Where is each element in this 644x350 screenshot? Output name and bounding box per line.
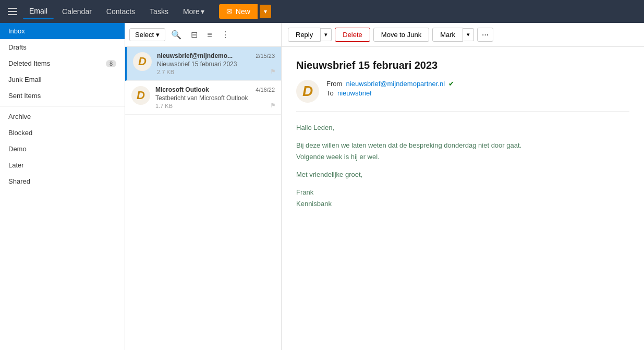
top-navigation: Email Calendar Contacts Tasks More ▾ ✉ N…	[0, 0, 644, 23]
svg-rect-1	[8, 11, 17, 12]
search-icon: 🔍	[171, 30, 181, 39]
body-line-3: Met vriendelijke groet,	[296, 169, 629, 180]
from-email-link[interactable]: nieuwsbrief@mijndemopartner.nl	[346, 80, 445, 88]
meta-to: To nieuwsbrief	[326, 89, 454, 97]
reading-pane: Reply ▾ Delete Move to Junk Mark ▾ ⋯ Nie…	[282, 23, 644, 350]
nav-email[interactable]: Email	[23, 4, 54, 19]
sidebar-item-deleted[interactable]: Deleted Items 8	[0, 55, 125, 71]
ellipsis-icon: ⋮	[221, 30, 229, 39]
nav-tasks[interactable]: Tasks	[143, 4, 175, 19]
sidebar-item-blocked[interactable]: Blocked	[0, 125, 125, 141]
mark-button-group: Mark ▾	[432, 28, 474, 42]
svg-rect-2	[8, 14, 17, 15]
sort-button[interactable]: ≡	[203, 28, 215, 42]
meta-details: From nieuwsbrief@mijndemopartner.nl ✔ To…	[326, 80, 454, 97]
avatar-2: D	[131, 86, 150, 105]
reading-more-button[interactable]: ⋯	[477, 28, 493, 42]
reply-button[interactable]: Reply	[288, 28, 321, 42]
email-list-panel: Select ▾ 🔍 ⊟ ≡ ⋮ D	[125, 23, 282, 350]
email-sender-1: nieuwsbrief@mijndemo...	[157, 52, 233, 59]
nav-contacts[interactable]: Contacts	[100, 4, 141, 19]
filter-icon: ⊟	[191, 30, 198, 39]
inbox-label: Inbox	[8, 27, 25, 35]
ellipsis-horizontal-icon: ⋯	[482, 31, 489, 39]
from-label: From	[326, 80, 342, 88]
sidebar-item-inbox[interactable]: Inbox	[0, 23, 125, 39]
reply-button-group: Reply ▾	[288, 28, 332, 42]
sidebar: Inbox Drafts Deleted Items 8 Junk Email …	[0, 23, 125, 350]
new-button-label: New	[236, 7, 250, 16]
junk-label: Junk Email	[8, 76, 42, 83]
email-body: Hallo Leden, Bij deze willen we laten we…	[296, 122, 629, 210]
sidebar-toggle-button[interactable]	[4, 3, 21, 20]
filter-button[interactable]: ⊟	[187, 27, 201, 42]
select-label: Select	[135, 31, 154, 39]
email-content-2: Microsoft Outlook 4/16/22 Testbericht va…	[155, 86, 275, 109]
search-button[interactable]: 🔍	[167, 27, 185, 42]
sort-icon: ≡	[207, 30, 212, 39]
email-item-1[interactable]: D nieuwsbrief@mijndemo... 2/15/23 Nieuws…	[125, 47, 281, 81]
mark-button[interactable]: Mark	[432, 28, 463, 42]
delete-button[interactable]: Delete	[335, 28, 370, 42]
email-title: Nieuwsbrief 15 februari 2023	[296, 59, 629, 71]
email-subject-1: Nieuwsbrief 15 februari 2023	[157, 61, 275, 68]
sidebar-item-archive[interactable]: Archive	[0, 108, 125, 125]
move-to-junk-button[interactable]: Move to Junk	[373, 28, 429, 42]
reading-content: Nieuwsbrief 15 februari 2023 D From nieu…	[282, 47, 644, 350]
envelope-icon: ✉	[226, 7, 233, 16]
flag-icon-1: ⚑	[270, 68, 276, 75]
sidebar-item-junk[interactable]: Junk Email	[0, 71, 125, 88]
more-options-button[interactable]: ⋮	[217, 27, 233, 42]
nav-more-label: More	[183, 7, 200, 16]
email-list: D nieuwsbrief@mijndemo... 2/15/23 Nieuws…	[125, 47, 281, 350]
sidebar-item-shared[interactable]: Shared	[0, 173, 125, 189]
meta-from: From nieuwsbrief@mijndemopartner.nl ✔	[326, 80, 454, 88]
sidebar-divider-1	[0, 106, 125, 106]
chevron-down-icon: ▾	[201, 7, 204, 16]
email-header-2: Microsoft Outlook 4/16/22	[155, 86, 275, 93]
body-line-1: Hallo Leden,	[296, 122, 629, 134]
new-email-arrow-button[interactable]: ▾	[260, 5, 271, 18]
later-label: Later	[8, 161, 24, 169]
new-email-button[interactable]: ✉ New	[219, 4, 258, 19]
verified-icon: ✔	[448, 80, 454, 88]
deleted-badge: 8	[106, 60, 116, 67]
select-button[interactable]: Select ▾	[129, 28, 165, 41]
sidebar-item-sent[interactable]: Sent Items	[0, 88, 125, 104]
email-sender-2: Microsoft Outlook	[155, 86, 209, 93]
archive-label: Archive	[8, 113, 31, 120]
sidebar-item-demo[interactable]: Demo	[0, 141, 125, 157]
nav-more-button[interactable]: More ▾	[177, 4, 211, 19]
body-line-2: Bij deze willen we laten weten dat de be…	[296, 140, 629, 163]
avatar-1: D	[133, 52, 152, 71]
sender-avatar: D	[296, 80, 319, 103]
sidebar-item-later[interactable]: Later	[0, 157, 125, 173]
deleted-label: Deleted Items	[8, 59, 50, 67]
app-body: Inbox Drafts Deleted Items 8 Junk Email …	[0, 23, 644, 350]
to-label: To	[326, 89, 334, 97]
email-size-2: 1.7 KB	[155, 103, 275, 109]
shared-label: Shared	[8, 177, 30, 185]
chevron-down-icon: ▾	[156, 31, 160, 39]
svg-rect-0	[8, 8, 17, 9]
mark-arrow-button[interactable]: ▾	[463, 28, 474, 41]
sidebar-item-drafts[interactable]: Drafts	[0, 39, 125, 55]
sent-label: Sent Items	[8, 92, 41, 100]
email-item-2[interactable]: D Microsoft Outlook 4/16/22 Testbericht …	[125, 81, 281, 115]
nav-calendar[interactable]: Calendar	[56, 4, 98, 19]
demo-label: Demo	[8, 145, 27, 153]
reply-arrow-button[interactable]: ▾	[321, 28, 332, 41]
body-line-4: FrankKennisbank	[296, 187, 629, 210]
flag-icon-2: ⚑	[270, 102, 276, 109]
email-meta: D From nieuwsbrief@mijndemopartner.nl ✔ …	[296, 80, 629, 112]
email-size-1: 2.7 KB	[157, 69, 275, 75]
to-name-link[interactable]: nieuwsbrief	[337, 89, 372, 97]
reading-toolbar: Reply ▾ Delete Move to Junk Mark ▾ ⋯	[282, 23, 644, 47]
blocked-label: Blocked	[8, 129, 32, 137]
drafts-label: Drafts	[8, 43, 27, 51]
email-header-1: nieuwsbrief@mijndemo... 2/15/23	[157, 52, 275, 59]
email-date-2: 4/16/22	[256, 87, 275, 93]
email-list-toolbar: Select ▾ 🔍 ⊟ ≡ ⋮	[125, 23, 281, 47]
email-subject-2: Testbericht van Microsoft Outlook	[155, 94, 275, 102]
email-date-1: 2/15/23	[256, 53, 275, 59]
